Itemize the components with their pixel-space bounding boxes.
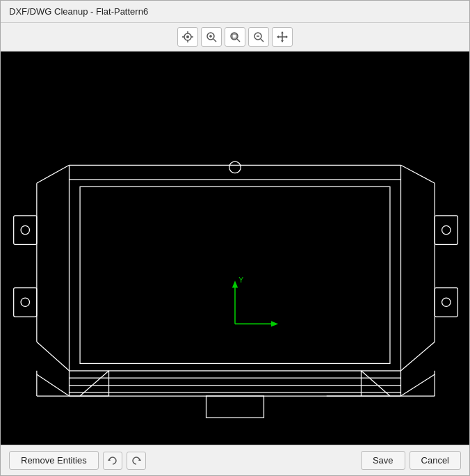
redo-button[interactable] bbox=[127, 452, 146, 470]
remove-entities-button[interactable]: Remove Entities bbox=[9, 451, 99, 470]
bottom-bar-right: Save Cancel bbox=[361, 451, 461, 470]
svg-marker-61 bbox=[232, 280, 238, 287]
svg-marker-64 bbox=[271, 321, 278, 326]
zoom-window-icon bbox=[206, 31, 217, 42]
zoom-fit-button[interactable] bbox=[225, 27, 245, 47]
svg-rect-51 bbox=[80, 187, 390, 363]
svg-rect-39 bbox=[435, 288, 457, 317]
svg-marker-21 bbox=[286, 35, 288, 38]
svg-line-30 bbox=[37, 342, 70, 370]
svg-rect-50 bbox=[206, 396, 264, 418]
svg-rect-33 bbox=[14, 216, 37, 244]
svg-point-38 bbox=[442, 225, 451, 234]
main-window: DXF/DWG Cleanup - Flat-Pattern6 bbox=[0, 0, 470, 476]
svg-line-7 bbox=[213, 39, 216, 42]
svg-line-14 bbox=[261, 39, 264, 42]
svg-point-40 bbox=[442, 298, 451, 306]
pan-icon bbox=[277, 31, 288, 42]
svg-line-49 bbox=[400, 374, 435, 396]
svg-point-5 bbox=[186, 35, 189, 38]
svg-rect-35 bbox=[14, 288, 37, 317]
bottom-bar: Remove Entities Save Cancel bbox=[1, 445, 469, 475]
svg-rect-37 bbox=[435, 216, 457, 244]
cancel-button[interactable]: Cancel bbox=[410, 451, 461, 470]
toolbar bbox=[1, 23, 469, 51]
select-tool-button[interactable] bbox=[177, 27, 198, 47]
save-button[interactable]: Save bbox=[361, 451, 405, 470]
svg-point-34 bbox=[21, 225, 29, 234]
svg-point-41 bbox=[229, 161, 241, 173]
svg-point-36 bbox=[21, 298, 29, 306]
dxf-canvas: Y bbox=[1, 51, 469, 445]
svg-text:Y: Y bbox=[238, 276, 243, 284]
undo-button[interactable] bbox=[103, 452, 122, 470]
redo-icon bbox=[131, 456, 141, 466]
svg-line-11 bbox=[237, 39, 240, 42]
svg-marker-18 bbox=[281, 31, 284, 33]
pan-button[interactable] bbox=[272, 27, 293, 47]
window-title: DXF/DWG Cleanup - Flat-Pattern6 bbox=[9, 6, 148, 17]
select-icon bbox=[182, 31, 193, 42]
title-bar: DXF/DWG Cleanup - Flat-Pattern6 bbox=[1, 1, 469, 23]
svg-rect-12 bbox=[232, 34, 236, 38]
zoom-out-button[interactable] bbox=[248, 27, 269, 47]
undo-icon bbox=[108, 456, 118, 466]
zoom-fit-icon bbox=[229, 31, 241, 42]
bottom-bar-left: Remove Entities bbox=[9, 451, 357, 470]
zoom-out-icon bbox=[253, 31, 264, 42]
svg-marker-19 bbox=[281, 40, 284, 42]
canvas-area[interactable]: Y bbox=[1, 51, 469, 445]
coordinate-axes: Y bbox=[232, 276, 278, 326]
svg-line-31 bbox=[400, 342, 435, 370]
zoom-window-button[interactable] bbox=[201, 27, 222, 47]
svg-line-28 bbox=[37, 165, 70, 183]
svg-line-48 bbox=[37, 374, 70, 396]
svg-line-29 bbox=[400, 165, 435, 183]
svg-marker-20 bbox=[277, 35, 279, 38]
